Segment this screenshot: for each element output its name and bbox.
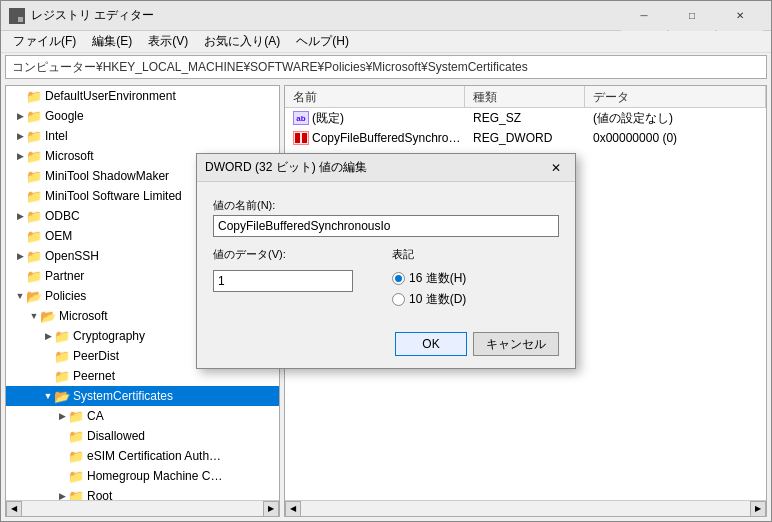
data-label: 値のデータ(V):: [213, 247, 380, 262]
radio-hex-label: 16 進数(H): [409, 270, 466, 287]
radio-dec-label: 10 進数(D): [409, 291, 466, 308]
dialog-titlebar: DWORD (32 ビット) 値の編集 ✕: [197, 154, 575, 182]
data-section: 値のデータ(V):: [213, 247, 380, 308]
dword-dialog: DWORD (32 ビット) 値の編集 ✕ 値の名前(N): 値のデータ(V):…: [196, 153, 576, 369]
dialog-title: DWORD (32 ビット) 値の編集: [205, 159, 545, 176]
data-input[interactable]: [213, 270, 353, 292]
ok-button[interactable]: OK: [395, 332, 467, 356]
radio-dec[interactable]: 10 進数(D): [392, 291, 559, 308]
data-row: 値のデータ(V): 表記 16 進数(H) 10 進数(D): [213, 247, 559, 308]
radio-hex[interactable]: 16 進数(H): [392, 270, 559, 287]
name-section: 値の名前(N):: [213, 198, 559, 237]
modal-overlay: DWORD (32 ビット) 値の編集 ✕ 値の名前(N): 値のデータ(V):…: [0, 0, 772, 522]
radio-dec-circle: [392, 293, 405, 306]
radio-group: 16 進数(H) 10 進数(D): [392, 270, 559, 308]
dialog-close-button[interactable]: ✕: [545, 157, 567, 179]
cancel-button[interactable]: キャンセル: [473, 332, 559, 356]
base-section: 表記 16 進数(H) 10 進数(D): [392, 247, 559, 308]
radio-hex-circle: [392, 272, 405, 285]
name-input[interactable]: [213, 215, 559, 237]
base-label: 表記: [392, 247, 559, 262]
dialog-body: 値の名前(N): 値のデータ(V): 表記 16 進数(H): [197, 182, 575, 324]
name-label: 値の名前(N):: [213, 198, 559, 213]
dialog-buttons: OK キャンセル: [197, 324, 575, 368]
